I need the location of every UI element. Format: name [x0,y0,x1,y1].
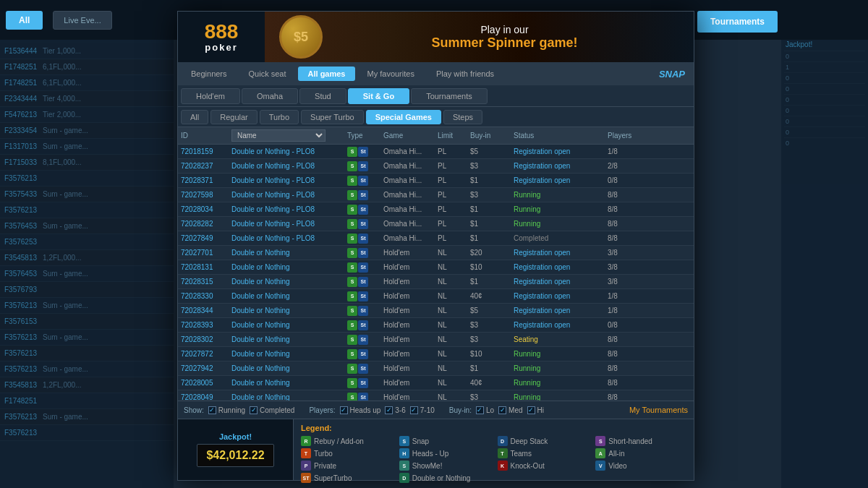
tab-stud[interactable]: Stud [299,88,346,104]
hi-label: Hi [537,406,544,414]
cell-buyin: $1 [467,278,511,286]
seven-ten-check[interactable]: 7-10 [410,406,435,414]
table-row[interactable]: 72027849 Double or Nothing - PLO8 S St O… [178,231,694,246]
name-sort-select[interactable]: Name Buy-in Players [231,129,326,142]
table-row[interactable]: 72028282 Double or Nothing - PLO8 S St O… [178,217,694,231]
legend-icon: T [301,448,311,458]
table-row[interactable]: 72028371 Double or Nothing - PLO8 S St O… [178,174,694,188]
cell-type: S St [344,291,380,301]
cell-players: 8/8 [605,350,652,358]
running-label: Running [218,406,245,414]
cell-id: 72027701 [178,249,229,257]
jackpot-amount: $42,012.22 [197,444,273,467]
med-check[interactable]: Med [498,406,522,414]
table-row[interactable]: 72028302 Double or Nothing S St Hold'em … [178,333,694,347]
tab-play-with-friends[interactable]: Play with friends [426,67,504,81]
tab-tournaments[interactable]: Tournaments [411,88,488,104]
tab-all-games[interactable]: All games [298,67,356,81]
completed-label: Completed [260,406,294,414]
lo-check[interactable]: Lo [476,406,494,414]
bg-row: F5476213Tier 2,000... [0,107,174,123]
lo-checkbox[interactable] [476,406,484,414]
bg-row: F3576213 [0,171,174,187]
my-tournaments-link[interactable]: My Tournaments [629,406,688,414]
table-row[interactable]: 72028049 Double or Nothing S St Hold'em … [178,390,694,401]
table-row[interactable]: 72028393 Double or Nothing S St Hold'em … [178,318,694,333]
completed-checkbox[interactable] [250,406,258,414]
cell-status: Registration open [511,249,605,257]
table-row[interactable]: 72028005 Double or Nothing S St Hold'em … [178,376,694,390]
running-check[interactable]: Running [208,406,245,414]
filter-special-games[interactable]: Special Games [366,110,441,124]
legend-icon: R [301,436,311,446]
hi-checkbox[interactable] [527,406,535,414]
three-six-check[interactable]: 3-6 [385,406,405,414]
cell-game: Omaha Hi... [380,147,435,155]
tournaments-button[interactable]: Tournaments [697,11,778,33]
cell-id: 72028371 [178,176,229,184]
cell-id: 72028049 [178,393,229,401]
heads-up-check[interactable]: Heads up [340,406,381,414]
table-row[interactable]: 72028237 Double or Nothing - PLO8 S St O… [178,159,694,174]
tab-quick-seat[interactable]: Quick seat [239,67,297,81]
table-row[interactable]: 72027701 Double or Nothing S St Hold'em … [178,246,694,260]
table-row[interactable]: 72018159 Double or Nothing - PLO8 S St O… [178,145,694,159]
cell-status: Registration open [511,263,605,271]
filter-super-turbo[interactable]: Super Turbo [301,110,364,124]
cell-players: 0/8 [605,321,652,329]
jackpot-area: Jackpot! $42,012.22 [178,419,294,480]
cell-players: 2/8 [605,162,652,170]
filter-steps[interactable]: Steps [443,110,482,124]
cell-game: Hold'em [380,278,435,286]
tab-omaha[interactable]: Omaha [242,88,298,104]
bg-row: F3576453Sum - game... [0,218,174,234]
table-row[interactable]: 72027942 Double or Nothing S St Hold'em … [178,361,694,376]
table-row[interactable]: 72028131 Double or Nothing S St Hold'em … [178,260,694,275]
tab-beginners[interactable]: Beginners [181,67,237,81]
tab-my-favourites[interactable]: My favourites [357,67,424,81]
legend-icon: K [498,461,508,471]
seven-ten-checkbox[interactable] [410,406,418,414]
cell-id: 72028034 [178,205,229,213]
cell-game: Hold'em [380,321,435,329]
live-events-button[interactable]: Live Eve... [53,11,111,30]
med-checkbox[interactable] [498,406,506,414]
cell-game: Omaha Hi... [380,220,435,228]
cell-game: Omaha Hi... [380,162,435,170]
heads-up-checkbox[interactable] [340,406,348,414]
filter-regular[interactable]: Regular [210,110,258,124]
completed-check[interactable]: Completed [250,406,294,414]
cell-type: S St [344,262,380,273]
table-row[interactable]: 72028344 Double or Nothing S St Hold'em … [178,304,694,318]
nav-tabs-1: Beginners Quick seat All games My favour… [178,62,694,85]
cell-game: Hold'em [380,307,435,314]
all-button[interactable]: All [6,11,43,30]
bg-row: F17150338,1FL,000... [0,155,174,171]
hi-check[interactable]: Hi [527,406,544,414]
filter-turbo[interactable]: Turbo [260,110,299,124]
legend-icon: S [399,461,409,471]
tab-holdem[interactable]: Hold'em [181,88,240,104]
filter-all[interactable]: All [181,110,208,124]
col-game: Game [380,132,435,140]
table-row[interactable]: 72028315 Double or Nothing S St Hold'em … [178,275,694,289]
cell-game: Omaha Hi... [380,205,435,213]
legend-title: Legend: [301,424,686,432]
cell-type: S St [344,306,380,316]
table-row[interactable]: 72027872 Double or Nothing S St Hold'em … [178,347,694,361]
table-body: 72018159 Double or Nothing - PLO8 S St O… [178,145,694,401]
legend-icon: T [498,448,508,458]
three-six-checkbox[interactable] [385,406,393,414]
legend-icon: D [399,473,409,483]
cell-type: S St [344,277,380,287]
cell-id: 72027849 [178,234,229,242]
legend-icon: S [399,436,409,446]
running-checkbox[interactable] [208,406,216,414]
bg-row: F3575433Sum - game... [0,187,174,202]
table-row[interactable]: 72028034 Double or Nothing - PLO8 S St O… [178,202,694,217]
table-row[interactable]: 72027598 Double or Nothing - PLO8 S St O… [178,188,694,202]
table-row[interactable]: 72028330 Double or Nothing S St Hold'em … [178,289,694,304]
cell-buyin: $1 [467,234,511,242]
cell-name: Double or Nothing - PLO8 [229,147,344,155]
tab-sitgo[interactable]: Sit & Go [348,88,409,104]
